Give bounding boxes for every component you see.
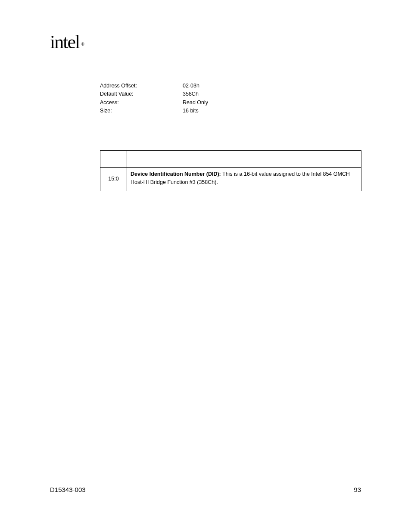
prop-value: 16 bits xyxy=(183,107,199,115)
logo-text: intel xyxy=(50,31,79,53)
table-header-row xyxy=(100,151,361,168)
cell-description: Device Identification Number (DID): This… xyxy=(127,168,361,191)
prop-row: Address Offset: 02-03h xyxy=(100,82,208,90)
prop-label: Access: xyxy=(100,99,183,107)
intel-logo: intel® xyxy=(50,31,84,53)
table-row: 15:0 Device Identification Number (DID):… xyxy=(100,168,361,191)
bitfield-table: 15:0 Device Identification Number (DID):… xyxy=(100,150,361,191)
desc-bold: Device Identification Number (DID): xyxy=(131,171,221,177)
prop-value: Read Only xyxy=(183,99,208,107)
prop-label: Default Value: xyxy=(100,90,183,98)
cell-bit: 15:0 xyxy=(100,168,127,191)
prop-label: Address Offset: xyxy=(100,82,183,90)
footer-doc-id: D15343-003 xyxy=(50,486,86,493)
prop-row: Access: Read Only xyxy=(100,99,208,107)
prop-row: Size: 16 bits xyxy=(100,107,208,115)
register-properties: Address Offset: 02-03h Default Value: 35… xyxy=(100,82,208,115)
prop-label: Size: xyxy=(100,107,183,115)
prop-value: 358Ch xyxy=(183,90,199,98)
registered-mark: ® xyxy=(81,42,84,47)
footer-page-num: 93 xyxy=(354,486,361,493)
prop-row: Default Value: 358Ch xyxy=(100,90,208,98)
col-header-bit xyxy=(100,151,127,168)
col-header-description xyxy=(127,151,361,168)
prop-value: 02-03h xyxy=(183,82,199,90)
